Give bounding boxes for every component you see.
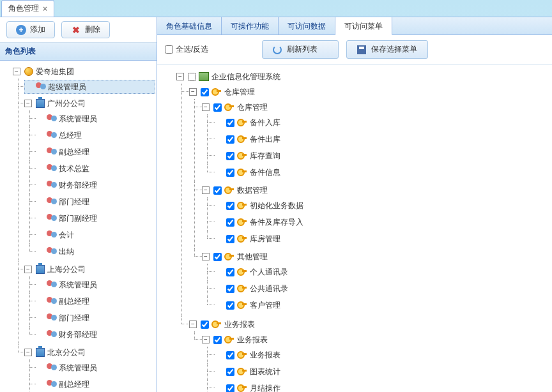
menu-item[interactable]: 初始化业务数据: [215, 199, 546, 213]
save-button[interactable]: 保存选择菜单: [346, 40, 428, 59]
people-icon: [47, 130, 57, 140]
tree-branch[interactable]: −广州分公司: [24, 96, 155, 110]
menu-group[interactable]: −仓库管理: [189, 85, 546, 99]
key-icon: [211, 87, 222, 97]
tree-role[interactable]: 系统管理员: [36, 278, 155, 292]
menu-label: 库存查询: [250, 151, 280, 162]
menu-checkbox[interactable]: [226, 202, 234, 210]
people-icon: [47, 296, 57, 306]
people-icon: [47, 114, 57, 124]
expander-icon[interactable]: −: [202, 253, 210, 260]
tree-role[interactable]: 会计: [36, 228, 155, 242]
menu-subgroup[interactable]: −仓库管理: [202, 100, 546, 114]
menu-item[interactable]: 备件入库: [215, 116, 546, 130]
tree-role[interactable]: 副总经理: [36, 294, 155, 308]
sub-tab[interactable]: 可访问数据: [279, 17, 335, 34]
key-icon: [237, 366, 247, 377]
menu-checkbox[interactable]: [213, 253, 222, 261]
menu-label: 仓库管理: [237, 102, 268, 113]
expander-icon[interactable]: −: [13, 68, 20, 75]
menu-item[interactable]: 月结操作: [215, 381, 546, 392]
menu-checkbox[interactable]: [226, 169, 234, 177]
menu-checkbox[interactable]: [226, 285, 234, 293]
tree-role[interactable]: 部门经理: [36, 195, 155, 209]
menu-group[interactable]: −业务报表: [189, 317, 546, 331]
select-all-toggle[interactable]: 全选/反选: [165, 44, 208, 55]
node-label: 总经理: [59, 130, 82, 141]
menu-checkbox[interactable]: [226, 152, 234, 160]
menu-subgroup[interactable]: −数据管理: [202, 183, 546, 197]
menu-checkbox[interactable]: [201, 320, 209, 329]
tree-role[interactable]: 系统管理员: [36, 112, 155, 126]
menu-tree-container[interactable]: −企业信息化管理系统−仓库管理−仓库管理备件入库备件出库库存查询备件信息−数据管…: [157, 64, 552, 392]
add-button[interactable]: + 添加: [6, 21, 55, 38]
sub-tab[interactable]: 可操作功能: [222, 17, 279, 34]
tree-root[interactable]: −爱奇迪集团: [13, 64, 155, 79]
menu-item[interactable]: 个人通讯录: [215, 265, 546, 279]
menu-subgroup[interactable]: −其他管理: [202, 250, 546, 264]
tree-role[interactable]: 总经理: [36, 128, 155, 142]
expander-icon[interactable]: −: [24, 100, 32, 107]
expander-icon[interactable]: −: [24, 266, 32, 273]
expander-icon[interactable]: −: [202, 336, 210, 343]
menu-checkbox[interactable]: [226, 384, 234, 393]
menu-item[interactable]: 库存查询: [215, 149, 546, 163]
tree-role[interactable]: 出纳: [36, 245, 155, 259]
tree-role[interactable]: 副总经理: [36, 377, 155, 391]
menu-item[interactable]: 备件信息: [215, 165, 546, 179]
menu-checkbox[interactable]: [213, 186, 222, 195]
refresh-button[interactable]: 刷新列表: [262, 40, 339, 59]
menu-item[interactable]: 备件出库: [215, 132, 546, 146]
menu-checkbox[interactable]: [213, 336, 222, 344]
menu-label: 图表统计: [250, 366, 280, 377]
tree-role[interactable]: 系统管理员: [36, 361, 155, 375]
tree-branch[interactable]: −上海分公司: [24, 262, 155, 276]
node-label: 出纳: [59, 246, 74, 257]
menu-item[interactable]: 备件及库存导入: [215, 215, 546, 229]
role-tree: −爱奇迪集团超级管理员−广州分公司系统管理员总经理副总经理技术总监财务部经理部门…: [1, 63, 155, 392]
menu-subgroup[interactable]: −业务报表: [202, 333, 546, 347]
tree-role[interactable]: 财务部经理: [36, 178, 155, 192]
menu-item[interactable]: 图表统计: [215, 365, 546, 379]
expander-icon[interactable]: −: [24, 349, 32, 356]
sub-tab[interactable]: 角色基础信息: [157, 17, 222, 34]
expander-icon[interactable]: −: [202, 103, 210, 111]
menu-item[interactable]: 库房管理: [215, 232, 546, 246]
menu-checkbox[interactable]: [213, 103, 222, 112]
menu-item[interactable]: 公共通讯录: [215, 282, 546, 296]
tree-role[interactable]: 技术总监: [36, 162, 155, 176]
menu-root[interactable]: −企业信息化管理系统: [176, 70, 546, 84]
role-tree-container[interactable]: −爱奇迪集团超级管理员−广州分公司系统管理员总经理副总经理技术总监财务部经理部门…: [0, 61, 157, 392]
action-bar: 全选/反选 刷新列表 保存选择菜单: [157, 35, 552, 64]
tree-role[interactable]: 部门经理: [36, 311, 155, 325]
delete-button[interactable]: ✖ 删除: [61, 21, 110, 38]
close-icon[interactable]: ×: [43, 4, 47, 13]
menu-checkbox[interactable]: [226, 301, 234, 310]
menu-checkbox[interactable]: [226, 351, 234, 359]
expander-icon[interactable]: −: [202, 186, 210, 194]
tree-role[interactable]: 副总经理: [36, 145, 155, 159]
tree-role[interactable]: 超级管理员: [24, 80, 155, 94]
menu-checkbox[interactable]: [226, 218, 234, 227]
expander-icon[interactable]: −: [189, 320, 197, 328]
select-all-checkbox[interactable]: [165, 45, 173, 54]
menu-checkbox[interactable]: [226, 368, 234, 376]
node-label: 财务部经理: [59, 329, 97, 340]
menu-checkbox[interactable]: [226, 119, 234, 127]
tree-role[interactable]: 部门副经理: [36, 211, 155, 225]
node-label: 部门经理: [59, 313, 89, 324]
expander-icon[interactable]: −: [189, 88, 197, 96]
menu-checkbox[interactable]: [201, 88, 209, 96]
menu-item[interactable]: 业务报表: [215, 348, 546, 362]
tree-branch[interactable]: −北京分公司: [24, 345, 155, 359]
sub-tab[interactable]: 可访问菜单: [335, 17, 392, 35]
menu-item[interactable]: 客户管理: [215, 298, 546, 312]
menu-checkbox[interactable]: [226, 268, 234, 276]
key-icon: [224, 252, 234, 262]
tree-role[interactable]: 财务部经理: [36, 328, 155, 342]
window-tab[interactable]: 角色管理 ×: [1, 0, 54, 17]
expander-icon[interactable]: −: [176, 73, 184, 80]
menu-checkbox[interactable]: [188, 73, 196, 81]
menu-checkbox[interactable]: [226, 135, 234, 144]
menu-checkbox[interactable]: [226, 235, 234, 243]
